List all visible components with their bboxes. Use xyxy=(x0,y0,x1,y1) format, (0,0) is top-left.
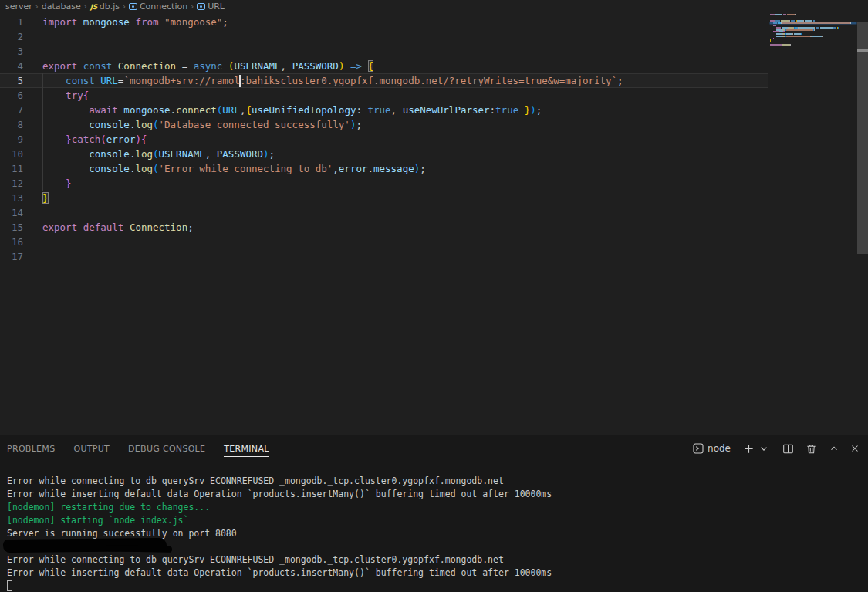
breadcrumb-item-connection[interactable]: Connection xyxy=(129,2,187,12)
kill-terminal-button[interactable] xyxy=(806,443,817,455)
code-token: USERNAME xyxy=(159,148,205,160)
breadcrumb-item-label: server xyxy=(5,2,32,12)
code-token: const xyxy=(42,75,95,86)
code-line[interactable]: 3 xyxy=(0,44,868,59)
code-token: ; xyxy=(269,148,275,160)
code-token: ) xyxy=(530,104,536,116)
code-line[interactable]: 4export const Connection = async (USERNA… xyxy=(0,59,868,73)
line-number[interactable]: 4 xyxy=(0,59,23,73)
code-token: : xyxy=(490,104,496,116)
panel-tab-output[interactable]: OUTPUT xyxy=(73,435,110,462)
line-number[interactable]: 14 xyxy=(0,205,23,220)
code-text xyxy=(23,44,42,59)
panel-tab-terminal[interactable]: TERMINAL xyxy=(224,435,269,462)
code-text xyxy=(23,249,42,264)
code-text: try{ xyxy=(23,88,89,103)
code-area[interactable]: 1import mongoose from "mongoose";234expo… xyxy=(0,15,868,264)
editor-scrollbar[interactable] xyxy=(857,13,868,435)
breadcrumb-item-label: database xyxy=(42,2,81,12)
code-token: log xyxy=(135,148,153,160)
breadcrumb-item-db-js[interactable]: JSdb.js xyxy=(90,2,120,12)
split-terminal-button[interactable] xyxy=(782,443,794,455)
code-token: async xyxy=(187,60,222,72)
chevron-up-icon xyxy=(829,443,839,454)
code-token: 'Database connected successfully' xyxy=(159,119,350,130)
minimap[interactable] xyxy=(770,14,856,50)
symbol-icon xyxy=(197,3,205,10)
breadcrumb-separator: › xyxy=(191,2,194,11)
code-token: , xyxy=(281,60,287,72)
code-line[interactable]: 11 console.log('Error while connecting t… xyxy=(0,161,868,176)
code-line[interactable]: 1import mongoose from "mongoose"; xyxy=(0,15,868,29)
code-token: . xyxy=(367,163,373,174)
terminal-cursor xyxy=(7,580,12,591)
code-token: URL xyxy=(222,104,240,116)
code-token: ; xyxy=(536,104,542,116)
code-line[interactable]: 5 const URL=`mongodb+srv://ramol:bahiksc… xyxy=(0,73,868,88)
line-number[interactable]: 2 xyxy=(0,29,23,44)
breadcrumb: server›database›JSdb.js›Connection›URL xyxy=(0,0,868,13)
code-line[interactable]: 17 xyxy=(0,249,868,264)
code-token: useNewUrlParser xyxy=(397,104,489,116)
scrollbar-thumb[interactable] xyxy=(857,22,868,254)
line-number[interactable]: 7 xyxy=(0,103,23,117)
line-number[interactable]: 11 xyxy=(0,161,23,176)
terminal-dropdown-button[interactable] xyxy=(758,443,769,454)
code-text xyxy=(23,235,42,249)
code-token: log xyxy=(135,163,153,174)
breadcrumb-item-url[interactable]: URL xyxy=(197,2,225,12)
code-token: default xyxy=(77,222,123,233)
code-token: useUnifiedTopology xyxy=(252,104,356,116)
panel-header: PROBLEMSOUTPUTDEBUG CONSOLETERMINAL node xyxy=(0,435,868,462)
line-number[interactable]: 17 xyxy=(0,249,23,264)
new-terminal-button[interactable] xyxy=(743,443,755,455)
code-token: import xyxy=(42,16,77,28)
terminal-line: Error while connecting to db querySrv EC… xyxy=(7,475,868,488)
line-number[interactable]: 1 xyxy=(0,15,23,29)
line-number[interactable]: 9 xyxy=(0,132,23,147)
code-text: }catch(error){ xyxy=(23,132,147,147)
code-token: :bahikscluster0.ygopfxf.mongodb.net/?ret… xyxy=(240,75,617,86)
code-token: ; xyxy=(617,75,623,86)
panel-actions: node xyxy=(693,443,860,455)
code-line[interactable]: 15export default Connection; xyxy=(0,220,868,235)
breadcrumb-item-database[interactable]: database xyxy=(42,2,81,12)
code-line[interactable]: 16 xyxy=(0,235,868,249)
code-token: ( xyxy=(153,119,159,130)
minimap-row xyxy=(770,49,856,50)
code-line[interactable]: 12 } xyxy=(0,176,868,191)
breadcrumb-item-server[interactable]: server xyxy=(5,2,32,12)
line-number[interactable]: 5 xyxy=(0,73,23,88)
panel-tab-debug-console[interactable]: DEBUG CONSOLE xyxy=(128,435,205,462)
editor[interactable]: 1import mongoose from "mongoose";234expo… xyxy=(0,13,868,435)
line-number[interactable]: 10 xyxy=(0,147,23,161)
code-line[interactable]: 6 try{ xyxy=(0,88,868,103)
code-token: ) xyxy=(263,148,269,160)
line-number[interactable]: 6 xyxy=(0,88,23,103)
terminal-instance[interactable]: node xyxy=(693,443,731,454)
code-line[interactable]: 2 xyxy=(0,29,868,44)
breadcrumb-separator: › xyxy=(35,2,39,11)
code-line[interactable]: 14 xyxy=(0,205,868,220)
code-line[interactable]: 13} xyxy=(0,191,868,205)
code-token: } xyxy=(42,134,72,145)
line-number[interactable]: 13 xyxy=(0,191,23,205)
close-panel-button[interactable] xyxy=(849,443,860,454)
line-number[interactable]: 16 xyxy=(0,235,23,249)
line-number[interactable]: 8 xyxy=(0,117,23,132)
maximize-panel-button[interactable] xyxy=(829,443,839,454)
line-number[interactable]: 15 xyxy=(0,220,23,235)
code-text: const URL=`mongodb+srv://ramol:bahiksclu… xyxy=(23,73,623,88)
code-line[interactable]: 9 }catch(error){ xyxy=(0,132,868,147)
bottom-panel: PROBLEMSOUTPUTDEBUG CONSOLETERMINAL node xyxy=(0,435,868,592)
terminal-output[interactable]: Error while connecting to db querySrv EC… xyxy=(0,462,868,592)
code-token: , xyxy=(391,104,397,116)
code-line[interactable]: 10 console.log(USERNAME, PASSWORD); xyxy=(0,147,868,161)
line-number[interactable]: 3 xyxy=(0,44,23,59)
panel-tab-problems[interactable]: PROBLEMS xyxy=(7,435,55,462)
code-text: console.log('Error while connecting to d… xyxy=(23,161,426,176)
line-number[interactable]: 12 xyxy=(0,176,23,191)
code-line[interactable]: 8 console.log('Database connected succes… xyxy=(0,117,868,132)
terminal-instance-label: node xyxy=(708,443,731,454)
code-line[interactable]: 7 await mongoose.connect(URL,{useUnified… xyxy=(0,103,868,117)
